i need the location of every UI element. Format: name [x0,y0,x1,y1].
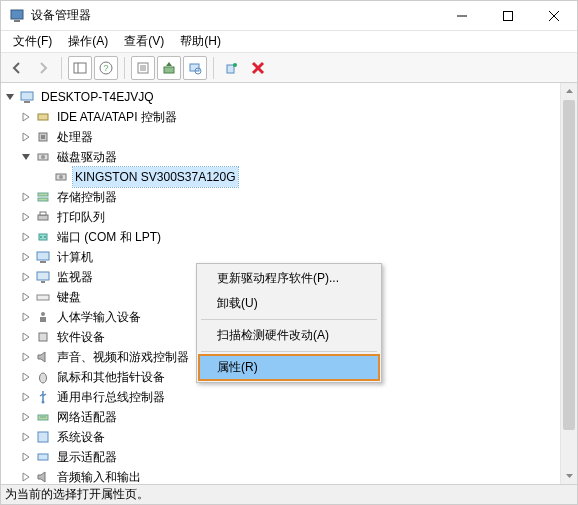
toolbar-separator [213,57,214,79]
svg-rect-30 [38,193,48,196]
tree-item-usb[interactable]: 通用串行总线控制器 [3,387,575,407]
properties-button[interactable] [131,56,155,80]
svg-point-29 [59,175,63,179]
tree-label: 网络适配器 [55,407,119,427]
forward-button[interactable] [31,56,55,80]
menu-file[interactable]: 文件(F) [5,31,60,52]
tree-item-ide[interactable]: IDE ATA/ATAPI 控制器 [3,107,575,127]
computer-icon [35,249,51,265]
close-button[interactable] [531,1,577,31]
disk-icon [53,169,69,185]
svg-text:?: ? [103,63,108,73]
scrollbar-track[interactable] [561,100,577,467]
scan-hardware-button[interactable] [183,56,207,80]
help-button[interactable]: ? [94,56,118,80]
ctx-uninstall[interactable]: 卸载(U) [199,291,379,316]
tree-label: 显示适配器 [55,447,119,467]
tree-item-cpu[interactable]: 处理器 [3,127,575,147]
tree-label: 计算机 [55,247,95,267]
svg-rect-49 [38,432,48,442]
svg-rect-38 [40,261,46,263]
expand-icon[interactable] [19,192,33,202]
expand-icon[interactable] [19,412,33,422]
expand-icon[interactable] [19,212,33,222]
expand-icon[interactable] [19,272,33,282]
hid-icon [35,309,51,325]
show-hide-console-tree-button[interactable] [68,56,92,80]
tree-item-network[interactable]: 网络适配器 [3,407,575,427]
computer-icon [19,89,35,105]
svg-rect-41 [37,295,49,300]
tree-item-audio-io[interactable]: 音频输入和输出 [3,467,575,484]
uninstall-button[interactable] [220,56,244,80]
menu-action[interactable]: 操作(A) [60,31,116,52]
tree-item-display[interactable]: 显示适配器 [3,447,575,467]
system-icon [35,429,51,445]
expand-icon[interactable] [19,292,33,302]
monitor-icon [35,269,51,285]
svg-point-36 [44,236,46,238]
menu-view[interactable]: 查看(V) [116,31,172,52]
tree-item-disk-drives[interactable]: 磁盘驱动器 [3,147,575,167]
statusbar: 为当前的选择打开属性页。 [1,484,577,504]
expand-icon[interactable] [19,392,33,402]
expand-icon[interactable] [19,252,33,262]
expand-icon[interactable] [19,332,33,342]
ctx-scan-hardware[interactable]: 扫描检测硬件改动(A) [199,323,379,348]
svg-point-18 [233,63,237,67]
tree-label: 存储控制器 [55,187,119,207]
delete-button[interactable] [246,56,270,80]
expand-icon[interactable] [19,372,33,382]
tree-label: 音频输入和输出 [55,467,143,484]
expand-icon[interactable] [19,452,33,462]
ctx-update-driver[interactable]: 更新驱动程序软件(P)... [199,266,379,291]
context-menu-separator [201,319,377,320]
expand-icon[interactable] [19,232,33,242]
tree-item-storage[interactable]: 存储控制器 [3,187,575,207]
context-menu: 更新驱动程序软件(P)... 卸载(U) 扫描检测硬件改动(A) 属性(R) [196,263,382,383]
vertical-scrollbar[interactable] [560,83,577,484]
svg-rect-17 [227,65,234,73]
expand-icon[interactable] [19,352,33,362]
tree-item-system[interactable]: 系统设备 [3,427,575,447]
mouse-icon [35,369,51,385]
disk-icon [35,149,51,165]
expand-icon[interactable] [19,472,33,482]
minimize-button[interactable] [439,1,485,31]
printer-icon [35,209,51,225]
svg-rect-23 [38,114,48,120]
tree-label: 通用串行总线控制器 [55,387,167,407]
toolbar-separator [61,57,62,79]
back-button[interactable] [5,56,29,80]
expand-icon[interactable] [19,432,33,442]
svg-rect-32 [38,215,48,220]
tree-root[interactable]: DESKTOP-T4EJVJQ [3,87,575,107]
tree-item-print[interactable]: 打印队列 [3,207,575,227]
svg-rect-14 [164,67,174,73]
audio-io-icon [35,469,51,484]
tree-label: 打印队列 [55,207,107,227]
collapse-icon[interactable] [19,152,33,162]
scrollbar-thumb[interactable] [563,100,575,430]
maximize-button[interactable] [485,1,531,31]
expand-icon[interactable] [19,112,33,122]
tree-label: 系统设备 [55,427,107,447]
scroll-down-arrow-icon[interactable] [561,467,577,484]
scroll-up-arrow-icon[interactable] [561,83,577,100]
svg-point-27 [41,155,45,159]
svg-rect-22 [24,101,30,103]
menu-help[interactable]: 帮助(H) [172,31,229,52]
collapse-icon[interactable] [3,92,17,102]
svg-rect-39 [37,272,49,280]
svg-rect-21 [21,92,33,100]
ctx-properties[interactable]: 属性(R) [199,355,379,380]
tree-label: DESKTOP-T4EJVJQ [39,87,155,107]
tree-item-ports[interactable]: 端口 (COM 和 LPT) [3,227,575,247]
update-driver-button[interactable] [157,56,181,80]
tree-item-kingston[interactable]: KINGSTON SV300S37A120G [3,167,575,187]
tree-label: 键盘 [55,287,83,307]
tree-label: 鼠标和其他指针设备 [55,367,167,387]
tree-label: 端口 (COM 和 LPT) [55,227,163,247]
expand-icon[interactable] [19,132,33,142]
expand-icon[interactable] [19,312,33,322]
